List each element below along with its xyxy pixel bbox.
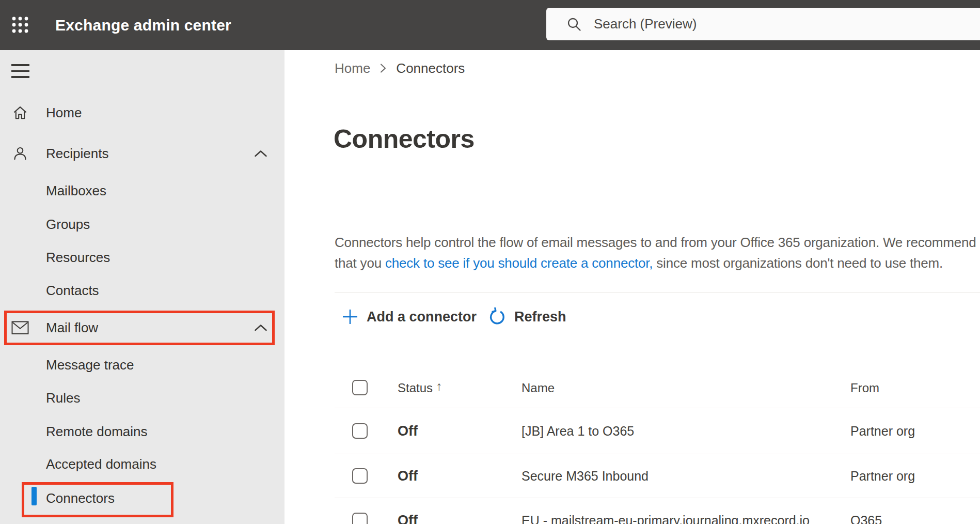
sidebar-item-remote-domains[interactable]: Remote domains bbox=[0, 415, 284, 448]
row-status: Off bbox=[398, 513, 418, 524]
hamburger-menu-icon[interactable] bbox=[11, 64, 29, 78]
add-connector-label: Add a connector bbox=[367, 309, 477, 325]
refresh-button[interactable]: Refresh bbox=[488, 303, 566, 330]
sidebar-item-label: Recipients bbox=[46, 146, 108, 162]
refresh-label: Refresh bbox=[514, 309, 566, 325]
page-title: Connectors bbox=[334, 124, 475, 154]
sidebar-item-message-trace[interactable]: Message trace bbox=[0, 348, 284, 381]
row-checkbox[interactable] bbox=[352, 468, 368, 484]
search-icon bbox=[566, 16, 582, 33]
sidebar-item-resources[interactable]: Resources bbox=[0, 241, 284, 274]
row-from: Partner org bbox=[850, 424, 915, 439]
sidebar-item-mailboxes[interactable]: Mailboxes bbox=[0, 174, 284, 207]
plus-icon bbox=[341, 308, 359, 326]
row-name: Secure M365 Inbound bbox=[521, 469, 649, 484]
row-from: Partner org bbox=[850, 469, 915, 484]
table-row[interactable]: Off [JB] Area 1 to O365 Partner org bbox=[284, 408, 980, 454]
chevron-up-icon bbox=[254, 323, 267, 332]
sidebar-item-label: Groups bbox=[46, 217, 90, 233]
column-header-name[interactable]: Name bbox=[521, 381, 555, 395]
mail-icon bbox=[11, 319, 29, 336]
row-name: EU - mailstream-eu-primary.journaling.mx… bbox=[521, 513, 810, 524]
sidebar-item-rules[interactable]: Rules bbox=[0, 381, 284, 414]
column-header-from[interactable]: From bbox=[850, 381, 879, 395]
sidebar-item-groups[interactable]: Groups bbox=[0, 208, 284, 241]
search-input[interactable] bbox=[582, 8, 980, 40]
sidebar-item-recipients[interactable]: Recipients bbox=[0, 137, 284, 170]
sidebar-item-label: Mailboxes bbox=[46, 183, 106, 199]
sidebar-nav: Home Recipients Mailboxes Groups Resourc… bbox=[0, 50, 284, 524]
sidebar-item-mail-flow[interactable]: Mail flow bbox=[0, 311, 284, 344]
search-box[interactable] bbox=[546, 8, 980, 40]
sidebar-item-label: Accepted domains bbox=[46, 456, 156, 472]
person-icon bbox=[11, 145, 29, 162]
sidebar-item-label: Remote domains bbox=[46, 424, 148, 440]
main-content: Home Connectors Connectors Connectors he… bbox=[284, 50, 980, 524]
sidebar-item-home[interactable]: Home bbox=[0, 96, 284, 129]
add-connector-button[interactable]: Add a connector bbox=[341, 303, 477, 330]
sidebar-item-label: Resources bbox=[46, 250, 110, 266]
app-title: Exchange admin center bbox=[55, 0, 231, 50]
app-launcher-icon[interactable] bbox=[11, 16, 29, 34]
topbar: Exchange admin center bbox=[0, 0, 980, 50]
refresh-icon bbox=[488, 307, 507, 326]
breadcrumb-home-link[interactable]: Home bbox=[335, 60, 370, 76]
sidebar-item-label: Contacts bbox=[46, 283, 99, 299]
chevron-right-icon bbox=[380, 63, 387, 74]
description-text-after: since most organizations don't need to u… bbox=[653, 255, 943, 271]
sidebar-item-label: Home bbox=[46, 105, 82, 121]
page-description: Connectors help control the flow of emai… bbox=[335, 232, 980, 273]
row-checkbox[interactable] bbox=[352, 513, 368, 524]
select-all-checkbox[interactable] bbox=[352, 380, 368, 395]
column-header-status[interactable]: Status bbox=[398, 381, 433, 395]
sidebar-item-contacts[interactable]: Contacts bbox=[0, 274, 284, 307]
row-status: Off bbox=[398, 468, 418, 484]
breadcrumb-current: Connectors bbox=[396, 60, 465, 76]
row-status: Off bbox=[398, 423, 418, 439]
selected-item-indicator bbox=[31, 487, 37, 505]
row-name: [JB] Area 1 to O365 bbox=[521, 424, 634, 439]
sidebar-item-label: Rules bbox=[46, 390, 80, 406]
breadcrumb: Home Connectors bbox=[335, 60, 465, 76]
sidebar-item-label: Mail flow bbox=[46, 320, 98, 336]
sort-ascending-arrow-icon[interactable]: ↑ bbox=[436, 379, 442, 394]
sidebar-item-connectors[interactable]: Connectors bbox=[0, 482, 284, 515]
toolbar-top-divider bbox=[335, 292, 980, 292]
sidebar-item-label: Message trace bbox=[46, 357, 134, 373]
sidebar-item-accepted-domains[interactable]: Accepted domains bbox=[0, 448, 284, 481]
chevron-up-icon bbox=[254, 149, 267, 158]
home-icon bbox=[11, 104, 29, 121]
sidebar-item-label: Connectors bbox=[46, 490, 115, 506]
row-from: O365 bbox=[850, 513, 882, 524]
create-connector-check-link[interactable]: check to see if you should create a conn… bbox=[385, 255, 653, 271]
table-row[interactable]: Off Secure M365 Inbound Partner org bbox=[284, 454, 980, 498]
row-checkbox[interactable] bbox=[352, 423, 368, 439]
table-row[interactable]: Off EU - mailstream-eu-primary.journalin… bbox=[284, 498, 980, 524]
